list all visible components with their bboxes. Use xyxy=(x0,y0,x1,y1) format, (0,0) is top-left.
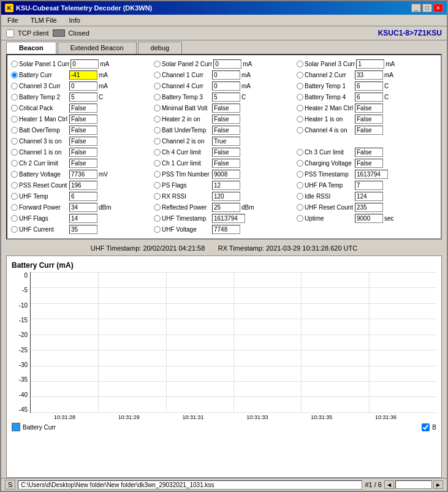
telem-radio[interactable] xyxy=(297,171,303,178)
telem-input[interactable] xyxy=(69,225,97,234)
telem-radio[interactable] xyxy=(297,149,303,156)
telem-input[interactable] xyxy=(356,59,384,69)
telem-radio[interactable] xyxy=(11,83,18,89)
telem-radio[interactable] xyxy=(154,138,161,145)
telem-input[interactable] xyxy=(212,137,240,146)
telem-radio[interactable] xyxy=(11,160,18,167)
telem-radio[interactable] xyxy=(154,193,161,200)
telem-input[interactable] xyxy=(212,170,240,179)
minimize-button[interactable]: _ xyxy=(411,4,421,12)
telem-input[interactable] xyxy=(69,115,97,124)
telem-input[interactable] xyxy=(69,137,97,146)
telem-radio[interactable] xyxy=(11,226,18,233)
telem-radio[interactable] xyxy=(154,160,161,167)
telem-input[interactable] xyxy=(212,225,240,234)
telem-radio[interactable] xyxy=(11,171,18,178)
telem-radio[interactable] xyxy=(154,204,161,211)
telem-radio[interactable] xyxy=(297,72,303,78)
scroll-left-button[interactable]: ◀ xyxy=(384,480,394,489)
telem-radio[interactable] xyxy=(11,138,18,145)
tab-debug[interactable]: debug xyxy=(138,42,183,54)
telem-radio[interactable] xyxy=(297,182,303,189)
telem-input[interactable] xyxy=(355,214,383,223)
telem-radio-solar1[interactable] xyxy=(11,61,18,67)
telem-input[interactable] xyxy=(355,148,383,157)
scroll-track[interactable] xyxy=(395,480,432,489)
telem-input[interactable] xyxy=(212,181,240,190)
telem-input[interactable] xyxy=(69,81,97,91)
telem-radio[interactable] xyxy=(297,83,303,89)
telem-radio[interactable] xyxy=(154,83,161,89)
telem-input[interactable] xyxy=(355,115,383,124)
telem-radio[interactable] xyxy=(11,215,18,222)
telem-input[interactable] xyxy=(69,148,97,157)
telem-input[interactable] xyxy=(212,214,245,223)
telem-radio[interactable] xyxy=(11,94,18,100)
telem-input-battery-curr[interactable] xyxy=(69,70,97,80)
telem-input[interactable] xyxy=(355,192,383,201)
maximize-button[interactable]: □ xyxy=(422,4,432,12)
telem-radio[interactable] xyxy=(297,193,303,200)
telem-input[interactable] xyxy=(69,203,97,212)
menu-tlm-file[interactable]: TLM File xyxy=(27,16,61,25)
legend-checkbox[interactable] xyxy=(422,423,430,431)
telem-input[interactable] xyxy=(212,192,240,201)
telem-input[interactable] xyxy=(212,126,240,135)
telem-radio[interactable] xyxy=(154,116,161,123)
telem-input[interactable] xyxy=(69,192,97,201)
telem-radio[interactable] xyxy=(11,116,18,123)
telem-input[interactable] xyxy=(212,70,240,80)
telem-radio[interactable] xyxy=(154,182,161,189)
telem-radio[interactable] xyxy=(154,171,161,178)
telem-input[interactable] xyxy=(213,59,241,69)
telem-input[interactable] xyxy=(355,126,383,135)
telem-input[interactable] xyxy=(69,104,97,113)
telem-radio[interactable] xyxy=(297,127,303,134)
telem-radio[interactable] xyxy=(297,160,303,167)
telem-radio[interactable] xyxy=(154,72,161,78)
telem-radio[interactable] xyxy=(11,105,18,112)
telem-input[interactable] xyxy=(355,170,388,179)
telem-input[interactable] xyxy=(355,104,383,113)
telem-radio[interactable] xyxy=(297,116,303,123)
telem-input[interactable] xyxy=(212,159,240,168)
telem-radio[interactable] xyxy=(154,226,161,233)
telem-input[interactable] xyxy=(69,170,97,179)
telem-input[interactable] xyxy=(212,203,240,212)
telem-input[interactable] xyxy=(355,203,383,212)
tcp-checkbox[interactable] xyxy=(6,29,14,37)
telem-input[interactable] xyxy=(69,214,97,223)
telem-radio[interactable] xyxy=(11,193,18,200)
telem-input[interactable] xyxy=(70,59,99,69)
telem-input[interactable] xyxy=(69,126,97,135)
telem-input[interactable] xyxy=(69,159,97,168)
telem-input[interactable] xyxy=(212,115,240,124)
telem-radio[interactable] xyxy=(11,182,18,189)
menu-file[interactable]: File xyxy=(4,16,22,25)
telem-input[interactable] xyxy=(212,93,240,102)
telem-input[interactable] xyxy=(212,104,240,113)
telem-radio[interactable] xyxy=(297,61,303,67)
telem-radio[interactable] xyxy=(11,127,18,134)
telem-input[interactable] xyxy=(69,181,97,190)
telem-radio[interactable] xyxy=(297,94,303,100)
telem-radio[interactable] xyxy=(11,149,18,156)
tab-extended-beacon[interactable]: Extended Beacon xyxy=(58,42,137,54)
telem-radio[interactable] xyxy=(297,215,303,222)
telem-radio[interactable] xyxy=(297,204,303,211)
telem-radio[interactable] xyxy=(297,105,303,112)
telem-input[interactable] xyxy=(212,148,240,157)
telem-input[interactable] xyxy=(355,159,383,168)
telem-radio[interactable] xyxy=(154,61,161,67)
telem-radio[interactable] xyxy=(154,105,161,112)
close-button[interactable]: ✕ xyxy=(433,4,443,12)
menu-info[interactable]: Info xyxy=(66,16,84,25)
telem-radio[interactable] xyxy=(154,127,161,134)
telem-input[interactable] xyxy=(355,70,383,80)
tab-beacon[interactable]: Beacon xyxy=(6,42,56,54)
telem-input[interactable] xyxy=(355,81,383,91)
telem-radio-batcurr[interactable] xyxy=(11,72,18,78)
telem-input[interactable] xyxy=(355,181,383,190)
telem-radio[interactable] xyxy=(154,149,161,156)
telem-input[interactable] xyxy=(212,81,240,91)
